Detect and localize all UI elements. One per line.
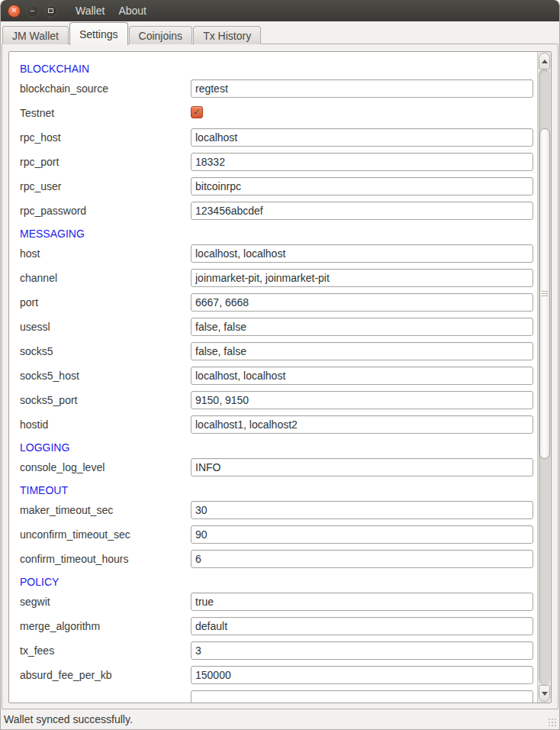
settings-row: segwit bbox=[20, 591, 551, 615]
scroll-up-icon bbox=[542, 60, 548, 63]
field-segwit[interactable] bbox=[191, 593, 533, 611]
menubar: WalletAbout bbox=[69, 0, 153, 21]
settings-row: confirm_timeout_hours bbox=[20, 548, 551, 573]
scrollbar-grip-icon bbox=[542, 291, 548, 297]
settings-row: usessl bbox=[20, 316, 551, 341]
titlebar: ✕ – WalletAbout bbox=[1, 0, 559, 21]
settings-row: maker_timeout_sec bbox=[20, 499, 551, 524]
field-label: maker_timeout_sec bbox=[20, 501, 191, 519]
menu-about[interactable]: About bbox=[111, 0, 153, 21]
field-label: socks5 bbox=[20, 342, 191, 360]
field-label: blockchain_source bbox=[20, 79, 191, 98]
settings-row: socks5_host bbox=[20, 365, 551, 389]
field-unconfirm-timeout-sec[interactable] bbox=[191, 525, 533, 544]
settings-row: tx_fees bbox=[20, 640, 551, 664]
settings-row: absurd_fee_per_kb bbox=[20, 664, 551, 689]
field-rpc-user[interactable] bbox=[191, 177, 533, 195]
field-label: console_log_level bbox=[20, 458, 191, 476]
field-confirm-timeout-hours[interactable] bbox=[191, 550, 533, 568]
scroll-down-icon bbox=[542, 692, 548, 696]
field-label: confirm_timeout_hours bbox=[20, 550, 191, 568]
close-icon: ✕ bbox=[11, 7, 17, 15]
status-message: Wallet synced successfully. bbox=[4, 713, 133, 725]
field-tx-fees[interactable] bbox=[191, 641, 533, 660]
settings-row: Testnet ✓ bbox=[20, 102, 551, 127]
field-hostid[interactable] bbox=[191, 415, 533, 434]
field-socks5-host[interactable] bbox=[191, 367, 533, 385]
field-label: segwit bbox=[20, 593, 191, 611]
field-socks5[interactable] bbox=[191, 342, 533, 360]
field-label: Testnet bbox=[20, 104, 191, 122]
field-label: hostid bbox=[20, 415, 191, 434]
settings-row: hostid bbox=[20, 414, 551, 438]
settings-row: rpc_port bbox=[20, 151, 551, 176]
vertical-scrollbar bbox=[537, 52, 551, 703]
field-console-log-level[interactable] bbox=[191, 458, 533, 476]
resize-grip[interactable] bbox=[548, 718, 558, 728]
minimize-button[interactable]: – bbox=[26, 5, 39, 18]
settings-row: console_log_level bbox=[20, 457, 551, 481]
settings-row: unconfirm_timeout_sec bbox=[20, 524, 551, 548]
tab-tx-history[interactable]: Tx History bbox=[193, 26, 261, 44]
field-label: socks5_port bbox=[20, 391, 191, 409]
section-header-blockchain: BLOCKCHAIN bbox=[20, 60, 551, 78]
field-rpc-host[interactable] bbox=[191, 128, 533, 147]
section-header-logging: LOGGING bbox=[20, 438, 551, 457]
field-maker-timeout-sec[interactable] bbox=[191, 501, 533, 519]
field-channel[interactable] bbox=[191, 269, 533, 287]
maximize-icon bbox=[48, 8, 53, 13]
field-label: unconfirm_timeout_sec bbox=[20, 525, 191, 544]
section-header-policy: POLICY bbox=[20, 573, 551, 591]
wallet-window: ✕ – WalletAbout JM WalletSettingsCoinjoi… bbox=[0, 0, 560, 730]
field-label: tx_fees bbox=[20, 641, 191, 660]
settings-row: rpc_user bbox=[20, 176, 551, 200]
scroll-up-button[interactable] bbox=[539, 53, 550, 69]
field-partial[interactable] bbox=[191, 690, 533, 703]
field-label: host bbox=[20, 244, 191, 263]
scrollbar-thumb[interactable] bbox=[539, 128, 550, 459]
field-label: channel bbox=[20, 269, 191, 287]
close-button[interactable]: ✕ bbox=[8, 5, 21, 18]
settings-form: BLOCKCHAIN blockchain_source Testnet ✓ r… bbox=[9, 52, 551, 703]
tab-jm-wallet[interactable]: JM Wallet bbox=[2, 26, 69, 44]
field-label: rpc_host bbox=[20, 128, 191, 147]
settings-tab-pane: BLOCKCHAIN blockchain_source Testnet ✓ r… bbox=[2, 44, 558, 709]
section-header-messaging: MESSAGING bbox=[20, 224, 551, 243]
field-label: merge_algorithm bbox=[20, 617, 191, 635]
status-bar: Wallet synced successfully. bbox=[1, 709, 559, 729]
field-socks5-port[interactable] bbox=[191, 391, 533, 409]
field-port[interactable] bbox=[191, 293, 533, 312]
settings-row: channel bbox=[20, 267, 551, 292]
settings-row: socks5 bbox=[20, 341, 551, 365]
field-usessl[interactable] bbox=[191, 318, 533, 336]
field-label: usessl bbox=[20, 318, 191, 336]
settings-row bbox=[20, 689, 551, 703]
field-absurd-fee-per-kb[interactable] bbox=[191, 666, 533, 684]
settings-row: blockchain_source bbox=[20, 78, 551, 102]
field-label: rpc_port bbox=[20, 153, 191, 171]
field-label: rpc_user bbox=[20, 177, 191, 195]
section-header-timeout: TIMEOUT bbox=[20, 481, 551, 499]
field-blockchain-source[interactable] bbox=[191, 79, 533, 98]
settings-row: host bbox=[20, 243, 551, 267]
field-rpc-password[interactable] bbox=[191, 202, 533, 220]
tab-settings[interactable]: Settings bbox=[69, 22, 128, 45]
field-label: absurd_fee_per_kb bbox=[20, 666, 191, 684]
minimize-icon: – bbox=[31, 7, 35, 15]
scroll-down-button[interactable] bbox=[539, 685, 550, 702]
field-host[interactable] bbox=[191, 244, 533, 263]
field-label: rpc_password bbox=[20, 202, 191, 220]
settings-row: socks5_port bbox=[20, 389, 551, 414]
menu-wallet[interactable]: Wallet bbox=[69, 0, 111, 21]
testnet-checkbox[interactable]: ✓ bbox=[191, 106, 203, 118]
tab-bar: JM WalletSettingsCoinjoinsTx History bbox=[1, 21, 559, 44]
settings-row: rpc_host bbox=[20, 127, 551, 151]
field-merge-algorithm[interactable] bbox=[191, 617, 533, 635]
tab-coinjoins[interactable]: Coinjoins bbox=[129, 26, 193, 44]
field-label: socks5_host bbox=[20, 367, 191, 385]
settings-row: port bbox=[20, 292, 551, 316]
field-rpc-port[interactable] bbox=[191, 153, 533, 171]
maximize-button[interactable] bbox=[44, 5, 57, 18]
settings-scroll-area: BLOCKCHAIN blockchain_source Testnet ✓ r… bbox=[8, 51, 552, 703]
settings-row: merge_algorithm bbox=[20, 615, 551, 640]
